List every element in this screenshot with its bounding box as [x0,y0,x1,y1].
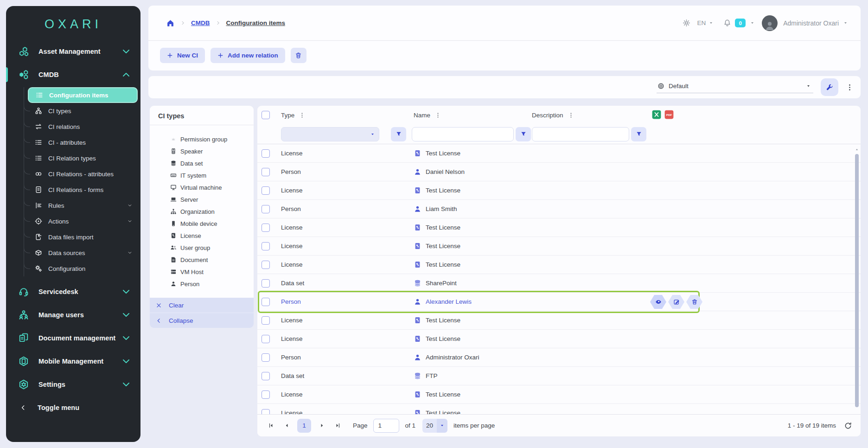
ci-type-speaker[interactable]: Speaker [170,145,254,157]
table-row[interactable]: LicenseTest License [257,218,861,237]
last-page-button[interactable] [332,420,344,432]
row-checkbox[interactable] [262,298,270,306]
page-number-button[interactable]: 1 [297,419,311,433]
row-checkbox[interactable] [262,168,270,176]
sidebar-item-data-files-import[interactable]: Data files import [24,229,138,245]
table-row[interactable]: PersonAdministrator Oxari [257,348,861,367]
row-checkbox[interactable] [262,279,270,288]
description-filter-input[interactable] [532,127,629,141]
sidebar-item-rules[interactable]: Rules [24,198,138,213]
breadcrumb-cmdb-link[interactable]: CMDB [191,19,210,26]
table-row[interactable]: LicenseTest License [257,144,861,163]
sidebar-item-data-sources[interactable]: Data sources [24,245,138,261]
row-checkbox[interactable] [262,224,270,232]
page-size-select[interactable]: 20 [422,419,447,433]
sidebar-item-settings[interactable]: Settings [6,373,140,396]
row-checkbox[interactable] [262,149,270,158]
sidebar-item-manage-users[interactable]: Manage users [6,303,140,326]
row-checkbox[interactable] [262,390,270,399]
table-row[interactable]: LicenseTest License [257,385,861,404]
language-selector[interactable]: EN [697,19,706,26]
add-new-relation-button[interactable]: Add new relation [211,48,285,63]
ci-type-server[interactable]: Server [170,193,254,205]
table-row[interactable]: LicenseTest License [257,311,861,330]
grid-settings-button[interactable] [821,78,838,96]
column-menu-icon[interactable] [299,112,305,118]
table-row[interactable]: Data setSharePoint [257,274,861,293]
home-icon[interactable] [166,19,175,27]
row-checkbox[interactable] [262,353,270,362]
user-menu[interactable]: Administrator Oxari [783,19,839,27]
name-filter-input[interactable] [412,127,514,141]
new-ci-button[interactable]: New CI [160,48,205,63]
previous-page-button[interactable] [281,420,293,432]
scroll-up-icon[interactable] [855,147,859,152]
table-row[interactable]: LicenseTest License [257,237,861,256]
row-view-button[interactable] [650,295,666,309]
sidebar-item-cmdb[interactable]: CMDB [6,63,140,86]
column-menu-icon[interactable] [568,112,574,118]
ci-type-permission-group[interactable]: Permission group [170,133,254,145]
ci-type-data-set[interactable]: Data set [170,157,254,169]
avatar[interactable] [762,15,778,31]
ci-types-clear-button[interactable]: Clear [150,298,254,313]
ci-type-virtual-machine[interactable]: Virtual machine [170,181,254,193]
sidebar-item-ci-attributes[interactable]: CI - attributes [24,134,138,150]
ci-type-organization[interactable]: Organization [170,205,254,218]
row-checkbox[interactable] [262,205,270,213]
row-checkbox[interactable] [262,242,270,250]
ci-type-user-group[interactable]: User group [170,242,254,254]
ci-types-collapse-button[interactable]: Collapse [150,313,254,328]
ci-type-vm-host[interactable]: VM Host [170,266,254,278]
table-row[interactable]: LicenseTest License [257,181,861,200]
row-checkbox[interactable] [262,372,270,380]
ci-type-it-system[interactable]: IT system [170,169,254,181]
table-row[interactable]: PersonDaniel Nelson [257,163,861,181]
select-all-checkbox[interactable] [262,111,270,119]
delete-button[interactable] [291,48,306,63]
refresh-icon[interactable] [844,422,852,430]
view-selector-dropdown[interactable]: Default [657,82,813,93]
sidebar-item-asset-management[interactable]: Asset Management [6,40,140,63]
toolbar-more-menu[interactable] [844,78,855,96]
row-checkbox[interactable] [262,316,270,325]
row-checkbox[interactable] [262,261,270,269]
table-row[interactable]: Data setFTP [257,367,861,385]
sidebar-item-ci-types[interactable]: CI types [24,103,138,119]
table-row[interactable]: PersonAlexander Lewis [257,293,861,311]
row-checkbox[interactable] [262,186,270,195]
name-filter-button[interactable] [516,127,531,141]
notifications-bell-icon[interactable] [723,19,731,27]
sidebar-item-configuration[interactable]: Configuration [24,261,138,276]
notification-count-badge[interactable]: 0 [735,19,746,27]
description-filter-button[interactable] [631,127,646,141]
row-delete-button[interactable] [686,295,702,309]
sidebar-item-ci-relation-types[interactable]: CI Relation types [24,150,138,166]
scrollbar-thumb[interactable] [855,154,859,407]
sidebar-item-servicedesk[interactable]: Servicedesk [6,280,140,303]
sidebar-item-actions[interactable]: Actions [24,213,138,229]
ci-type-license[interactable]: License [170,230,254,242]
settings-gear-icon[interactable] [683,19,690,27]
sidebar-item-configuration-items[interactable]: Configuration items [28,87,138,103]
sidebar-item-document-management[interactable]: Document management [6,326,140,350]
export-pdf-icon[interactable]: PDF [664,110,674,119]
ci-type-mobile-device[interactable]: Mobile device [170,218,254,230]
next-page-button[interactable] [316,420,328,432]
table-row[interactable]: PersonLiam Smith [257,200,861,218]
sidebar-item-ci-relations-attributes[interactable]: CI Relations - attributes [24,166,138,182]
column-menu-icon[interactable] [435,112,441,118]
type-filter-button[interactable] [391,127,406,141]
table-row[interactable]: LicenseTest License [257,330,861,348]
row-checkbox[interactable] [262,335,270,343]
row-edit-button[interactable] [668,295,684,309]
sidebar-item-mobile-management[interactable]: Mobile Management [6,350,140,373]
first-page-button[interactable] [265,420,277,432]
page-number-input[interactable] [373,419,399,433]
sidebar-item-ci-relations[interactable]: CI relations [24,119,138,134]
ci-type-document[interactable]: Document [170,254,254,266]
sidebar-item-ci-relations-forms[interactable]: CI Relations - forms [24,182,138,198]
export-excel-icon[interactable] [652,110,661,119]
toggle-menu-button[interactable]: Toggle menu [6,396,140,419]
table-row[interactable]: LicenseTest License [257,256,861,274]
